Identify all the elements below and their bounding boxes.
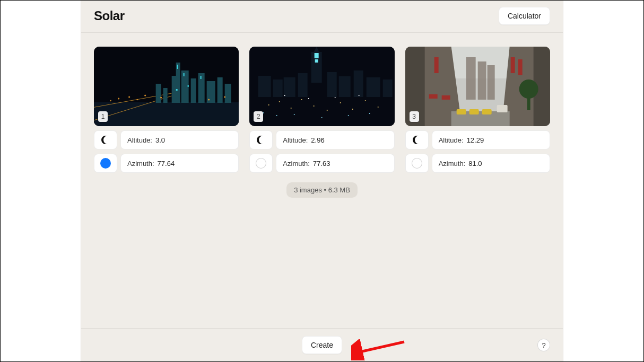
svg-rect-33 <box>273 80 283 97</box>
svg-rect-80 <box>456 109 466 114</box>
altitude-label: Altitude: <box>283 136 308 144</box>
svg-rect-76 <box>510 57 515 73</box>
svg-rect-7 <box>191 78 196 103</box>
svg-point-62 <box>284 95 285 96</box>
image-card: 1 Altitude: 3.0 <box>94 47 239 173</box>
primary-dot-icon <box>412 158 422 169</box>
svg-rect-81 <box>469 109 478 114</box>
app-window: Solar Calculator <box>81 1 563 361</box>
image-thumbnail[interactable]: 1 <box>94 47 239 126</box>
altitude-field[interactable]: Altitude: 2.96 <box>276 130 394 149</box>
svg-rect-74 <box>429 94 437 99</box>
primary-dot-icon <box>100 158 111 169</box>
azimuth-field[interactable]: Azimuth: 81.0 <box>432 154 550 173</box>
svg-point-22 <box>160 96 162 98</box>
svg-point-25 <box>110 100 111 101</box>
svg-point-61 <box>359 95 360 96</box>
primary-chip[interactable] <box>405 154 429 173</box>
page-title: Solar <box>94 8 125 23</box>
half-moon-icon <box>412 135 422 145</box>
svg-rect-35 <box>298 73 308 97</box>
azimuth-label: Azimuth: <box>127 160 154 167</box>
image-grid: 1 Altitude: 3.0 <box>94 47 550 173</box>
svg-rect-39 <box>367 77 380 97</box>
svg-rect-73 <box>487 65 494 100</box>
svg-rect-40 <box>383 80 393 97</box>
azimuth-label: Azimuth: <box>439 160 466 167</box>
summary-pill: 3 images • 6.3 MB <box>286 182 358 198</box>
svg-point-47 <box>314 105 315 107</box>
svg-point-20 <box>128 96 130 98</box>
svg-rect-6 <box>181 70 189 103</box>
svg-point-54 <box>276 115 277 116</box>
svg-rect-11 <box>225 84 231 103</box>
header: Solar Calculator <box>81 1 563 33</box>
image-thumbnail[interactable]: 3 <box>405 47 550 126</box>
half-moon-icon <box>256 135 266 145</box>
altitude-field[interactable]: Altitude: 3.0 <box>120 130 239 149</box>
svg-rect-37 <box>339 76 351 97</box>
svg-point-56 <box>321 117 323 118</box>
image-index-badge: 3 <box>410 111 419 122</box>
svg-rect-16 <box>201 76 202 79</box>
create-button[interactable]: Create <box>302 336 342 354</box>
azimuth-label: Azimuth: <box>283 160 310 167</box>
azimuth-value: 77.63 <box>313 160 330 167</box>
image-card: 3 Altitude: 12.29 <box>405 47 550 173</box>
svg-rect-14 <box>177 65 178 69</box>
svg-rect-1 <box>94 102 239 126</box>
altitude-field[interactable]: Altitude: 12.29 <box>432 130 550 149</box>
calculator-button[interactable]: Calculator <box>499 7 550 25</box>
primary-chip[interactable] <box>94 154 117 173</box>
azimuth-field[interactable]: Azimuth: 77.63 <box>276 154 394 173</box>
image-index-badge: 2 <box>254 111 263 122</box>
image-card: 2 Altitude: 2.96 <box>249 47 394 173</box>
svg-point-48 <box>327 110 328 111</box>
svg-point-53 <box>263 112 264 113</box>
appearance-chip[interactable] <box>94 130 117 149</box>
svg-rect-36 <box>327 72 337 97</box>
altitude-label: Altitude: <box>127 136 152 144</box>
svg-point-43 <box>268 104 269 105</box>
svg-point-59 <box>308 98 309 99</box>
svg-rect-84 <box>527 89 530 110</box>
svg-rect-9 <box>207 81 215 103</box>
svg-point-58 <box>369 113 370 114</box>
svg-rect-85 <box>497 105 507 112</box>
svg-rect-77 <box>518 59 522 75</box>
svg-rect-17 <box>176 89 178 91</box>
azimuth-value: 77.64 <box>158 160 175 167</box>
azimuth-value: 81.0 <box>468 160 482 167</box>
half-moon-icon <box>100 135 111 145</box>
svg-point-45 <box>291 108 292 109</box>
svg-point-46 <box>301 99 302 100</box>
svg-point-57 <box>348 115 349 116</box>
svg-point-51 <box>365 100 366 101</box>
svg-rect-18 <box>188 85 189 87</box>
svg-rect-72 <box>477 61 486 100</box>
help-button[interactable]: ? <box>537 339 550 351</box>
svg-point-49 <box>340 102 341 103</box>
image-index-badge: 1 <box>98 111 108 122</box>
content-area: 1 Altitude: 3.0 <box>81 33 563 328</box>
altitude-label: Altitude: <box>439 136 464 144</box>
svg-rect-10 <box>217 77 223 103</box>
azimuth-field[interactable]: Azimuth: 77.64 <box>120 154 239 173</box>
primary-chip[interactable] <box>249 154 273 173</box>
appearance-chip[interactable] <box>249 130 273 149</box>
image-thumbnail[interactable]: 2 <box>249 47 394 126</box>
svg-point-21 <box>144 94 146 96</box>
svg-point-19 <box>118 98 119 99</box>
svg-point-55 <box>294 114 295 115</box>
svg-rect-38 <box>354 70 363 97</box>
svg-rect-13 <box>163 88 168 103</box>
svg-point-23 <box>208 99 210 100</box>
svg-point-24 <box>224 96 225 98</box>
appearance-chip[interactable] <box>405 130 429 149</box>
altitude-value: 3.0 <box>155 136 165 144</box>
svg-rect-78 <box>434 57 438 73</box>
altitude-value: 12.29 <box>467 136 484 144</box>
svg-rect-42 <box>315 59 318 63</box>
svg-rect-32 <box>258 76 271 97</box>
svg-point-52 <box>378 107 379 108</box>
